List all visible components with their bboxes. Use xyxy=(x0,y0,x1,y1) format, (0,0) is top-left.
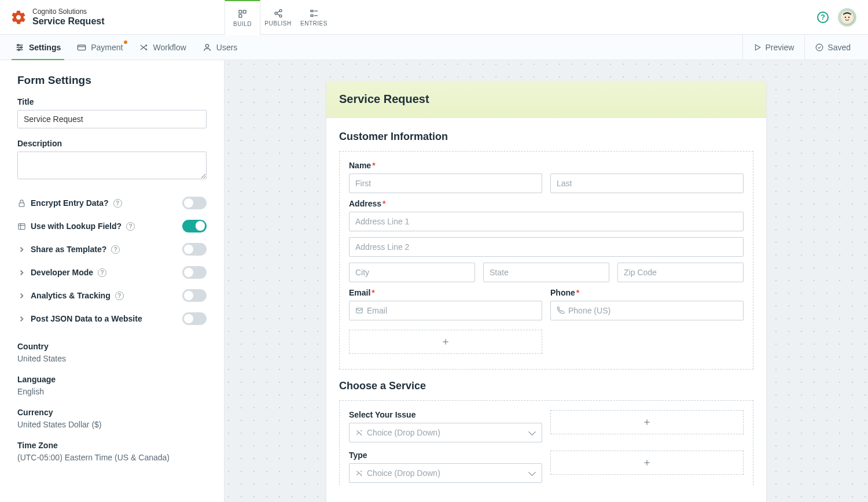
svg-rect-0 xyxy=(239,10,242,13)
help-icon[interactable]: ? xyxy=(98,268,106,277)
svg-line-6 xyxy=(277,11,279,13)
lookup-toggle[interactable] xyxy=(182,220,207,232)
svg-point-5 xyxy=(279,14,282,17)
help-icon[interactable]: ? xyxy=(126,222,135,231)
email-icon xyxy=(355,307,363,315)
subtab-payment-label: Payment xyxy=(91,43,123,52)
preview-button[interactable]: Preview xyxy=(742,35,805,60)
developer-label: Developer Mode xyxy=(31,268,93,277)
svg-rect-21 xyxy=(78,45,86,50)
brand: Cognito Solutions Service Request xyxy=(0,0,225,34)
city-input[interactable]: City xyxy=(349,263,475,282)
country-value[interactable]: United States xyxy=(17,354,207,363)
tab-build[interactable]: BUILD xyxy=(225,0,260,35)
svg-rect-1 xyxy=(243,10,246,13)
settings-sidebar: Form Settings Title Description Encrypt … xyxy=(0,60,225,502)
customer-section[interactable]: Name* First Last Address* Address Line 1… xyxy=(339,151,753,370)
type-select[interactable]: Choice (Drop Down) xyxy=(349,463,542,483)
saved-status: Saved xyxy=(804,35,861,60)
section-service-heading[interactable]: Choose a Service xyxy=(339,380,753,392)
svg-point-25 xyxy=(816,44,823,51)
subtab-workflow-label: Workflow xyxy=(153,43,186,52)
language-label: Language xyxy=(17,375,207,384)
tab-publish[interactable]: PUBLISH xyxy=(260,0,296,35)
subtab-workflow[interactable]: Workflow xyxy=(131,35,194,60)
analytics-toggle[interactable] xyxy=(182,289,207,302)
help-icon[interactable]: ? xyxy=(115,291,124,300)
form-title-band[interactable]: Service Request xyxy=(326,81,766,118)
tab-publish-label: PUBLISH xyxy=(264,20,291,27)
chevron-right-icon xyxy=(17,291,26,300)
phone-input[interactable]: Phone (US) xyxy=(550,301,744,320)
chevron-right-icon xyxy=(17,315,26,323)
timezone-value[interactable]: (UTC-05:00) Eastern Time (US & Canada) xyxy=(17,453,207,462)
service-section[interactable]: Select Your Issue Choice (Drop Down) xyxy=(339,400,753,485)
avatar[interactable] xyxy=(838,8,856,27)
name-label: Name* xyxy=(349,161,744,170)
logo-icon xyxy=(10,9,27,25)
sidebar-heading: Form Settings xyxy=(17,74,207,87)
help-icon[interactable]: ? xyxy=(817,12,829,23)
svg-point-16 xyxy=(17,44,19,46)
add-field-slot[interactable] xyxy=(349,330,542,354)
state-input[interactable]: State xyxy=(483,263,609,282)
plus-icon xyxy=(441,337,450,346)
workflow-icon xyxy=(139,43,148,52)
issue-select[interactable]: Choice (Drop Down) xyxy=(349,423,542,442)
last-name-input[interactable]: Last xyxy=(550,174,744,193)
branch-icon xyxy=(355,469,363,477)
tab-build-label: BUILD xyxy=(233,21,252,27)
subtab-payment[interactable]: Payment xyxy=(69,35,131,60)
preview-label: Preview xyxy=(766,43,795,52)
form-name: Service Request xyxy=(32,16,105,27)
form-card[interactable]: Service Request Customer Information Nam… xyxy=(326,81,766,502)
sub-nav: Settings Payment Workflow Users Preview … xyxy=(0,35,868,60)
subtab-settings[interactable]: Settings xyxy=(7,35,69,60)
branch-icon xyxy=(355,429,363,437)
share-toggle[interactable] xyxy=(182,243,207,256)
help-icon[interactable]: ? xyxy=(111,245,120,254)
lookup-icon xyxy=(17,222,26,231)
encrypt-toggle[interactable] xyxy=(182,197,207,209)
svg-point-18 xyxy=(20,46,22,48)
svg-point-13 xyxy=(845,16,846,17)
address-line1-input[interactable]: Address Line 1 xyxy=(349,212,744,231)
phone-label: Phone* xyxy=(550,288,744,297)
description-input[interactable] xyxy=(17,152,207,179)
payment-alert-dot xyxy=(124,40,127,44)
phone-icon xyxy=(557,307,565,315)
svg-marker-24 xyxy=(755,45,760,50)
add-field-slot[interactable] xyxy=(550,451,744,475)
svg-point-14 xyxy=(848,16,849,17)
svg-point-3 xyxy=(279,9,282,12)
publish-icon xyxy=(273,9,284,18)
svg-rect-27 xyxy=(19,223,25,229)
email-input[interactable]: Email xyxy=(349,301,542,320)
entries-icon xyxy=(309,9,319,18)
section-customer-heading[interactable]: Customer Information xyxy=(339,131,753,143)
share-label: Share as Template? xyxy=(31,245,106,254)
plus-icon xyxy=(642,458,652,467)
tab-entries[interactable]: ENTRIES xyxy=(296,0,332,35)
postjson-toggle[interactable] xyxy=(182,312,207,325)
zip-input[interactable]: Zip Code xyxy=(617,263,744,282)
subtab-users-label: Users xyxy=(216,43,238,52)
svg-line-7 xyxy=(277,14,279,16)
org-name: Cognito Solutions xyxy=(32,8,105,16)
subtab-users[interactable]: Users xyxy=(194,35,246,60)
analytics-label: Analytics & Tracking xyxy=(31,291,111,300)
country-label: Country xyxy=(17,342,207,351)
address-line2-input[interactable]: Address Line 2 xyxy=(349,237,744,257)
lookup-label: Use with Lookup Field? xyxy=(31,222,122,231)
title-input[interactable] xyxy=(17,110,207,128)
language-value[interactable]: English xyxy=(17,387,207,396)
svg-point-23 xyxy=(205,44,208,47)
currency-value[interactable]: United States Dollar ($) xyxy=(17,420,207,429)
help-icon[interactable]: ? xyxy=(113,199,122,208)
svg-point-20 xyxy=(18,49,20,50)
chevron-right-icon xyxy=(17,268,26,277)
issue-label: Select Your Issue xyxy=(349,410,542,419)
developer-toggle[interactable] xyxy=(182,266,207,279)
add-field-slot[interactable] xyxy=(550,410,744,434)
first-name-input[interactable]: First xyxy=(349,174,542,193)
